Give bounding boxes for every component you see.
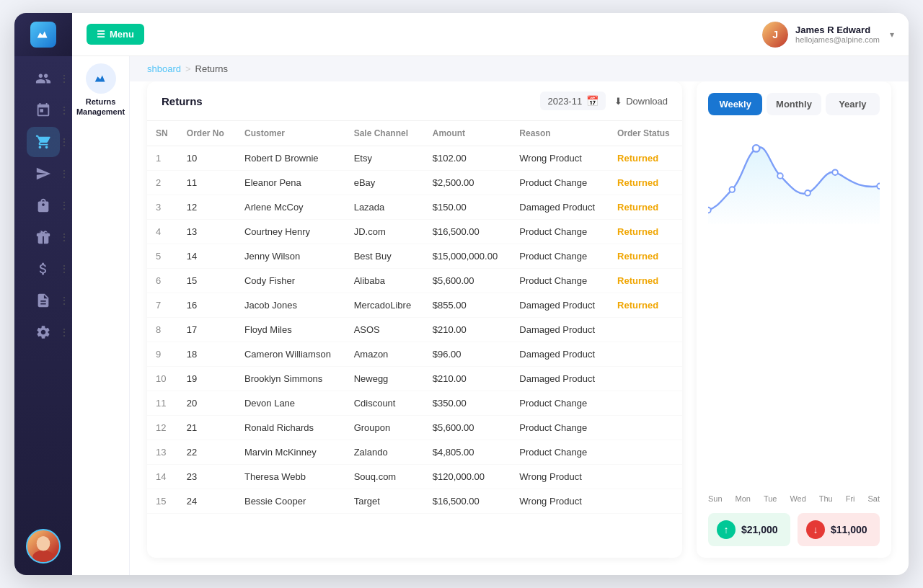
user-info: James R Edward hellojames@alpine.com: [795, 24, 880, 44]
cell-customer: Cody Fisher: [236, 269, 345, 293]
cell-order-no: 24: [178, 489, 236, 514]
topbar-right: J James R Edward hellojames@alpine.com ▾: [762, 22, 894, 48]
nav-item-send-wrap: ⋮: [14, 159, 72, 189]
sidebar-item-cart[interactable]: [27, 127, 60, 157]
cell-status: [609, 440, 682, 465]
cell-channel: Amazon: [345, 342, 424, 367]
cell-amount: $855.00: [424, 293, 511, 318]
cell-order-no: 22: [178, 440, 236, 465]
cell-customer: Arlene McCoy: [236, 195, 345, 220]
cell-amount: $102.00: [424, 146, 511, 171]
chart-card: Weekly Monthly Yearly: [697, 81, 891, 558]
table-row[interactable]: 15 24 Bessie Cooper Target $16,500.00 Wr…: [147, 489, 682, 514]
cell-order-no: 16: [178, 293, 236, 318]
date-filter[interactable]: 2023-11 📅: [540, 92, 606, 110]
svg-point-8: [832, 169, 838, 175]
cell-amount: $120,000.00: [424, 465, 511, 489]
sidebar-item-send[interactable]: [27, 159, 60, 189]
cell-customer: Cameron Williamson: [236, 342, 345, 367]
table-row[interactable]: 3 12 Arlene McCoy Lazada $150.00 Damaged…: [147, 195, 682, 220]
svg-point-7: [805, 190, 811, 196]
table-row[interactable]: 1 10 Robert D Brownie Etsy $102.00 Wrong…: [147, 146, 682, 171]
table-row[interactable]: 8 17 Floyd Miles ASOS $210.00 Damaged Pr…: [147, 318, 682, 342]
chart-day-labels: SunMonTueWedThuFriSat: [708, 490, 880, 503]
table-row[interactable]: 4 13 Courtney Henry JD.com $16,500.00 Pr…: [147, 220, 682, 244]
sidebar-item-users[interactable]: [27, 63, 60, 94]
col-customer: Customer: [236, 121, 345, 146]
cell-status: [609, 416, 682, 440]
cell-customer: Robert D Brownie: [236, 146, 345, 171]
cell-amount: $16,500.00: [424, 489, 511, 514]
cell-sn: 10: [147, 367, 178, 391]
download-icon: ⬇: [614, 96, 622, 107]
svg-point-4: [730, 187, 736, 192]
sidebar-item-calendar[interactable]: [27, 95, 60, 125]
sidebar-item-bag[interactable]: [27, 190, 60, 220]
cell-amount: $16,500.00: [424, 220, 511, 244]
cell-sn: 12: [147, 416, 178, 440]
chart-day-label: Sat: [867, 494, 880, 503]
returns-management-bar: ReturnsManagement: [72, 56, 130, 575]
user-email: hellojames@alpine.com: [795, 35, 880, 44]
chart-stats: ↑ $21,000 ↓ $11,000: [708, 513, 880, 546]
left-sidebar: ⋮ ⋮ ⋮: [14, 56, 72, 575]
svg-point-6: [777, 173, 783, 179]
cell-customer: Marvin McKinney: [236, 440, 345, 465]
cell-order-no: 15: [178, 269, 236, 293]
cell-customer: Jacob Jones: [236, 293, 345, 318]
sidebar-item-document[interactable]: [27, 285, 60, 316]
topbar: ☰ Menu J James R Edward hellojames@alpin…: [14, 13, 909, 56]
breadcrumb-home[interactable]: shboard: [147, 63, 181, 74]
cell-channel: Alibaba: [345, 269, 424, 293]
tab-yearly[interactable]: Yearly: [826, 93, 880, 115]
nav-dots-calendar: ⋮: [60, 106, 69, 115]
cell-status: [609, 391, 682, 416]
menu-button[interactable]: ☰ Menu: [87, 24, 144, 45]
table-row[interactable]: 10 19 Brooklyn Simmons Newegg $210.00 Da…: [147, 367, 682, 391]
table-row[interactable]: 11 20 Devon Lane Cdiscount $350.00 Produ…: [147, 391, 682, 416]
table-row[interactable]: 5 14 Jenny Wilson Best Buy $15,000,000.0…: [147, 244, 682, 269]
cell-order-no: 20: [178, 391, 236, 416]
cell-status: Returned: [609, 293, 682, 318]
cell-order-no: 18: [178, 342, 236, 367]
table-row[interactable]: 12 21 Ronald Richards Groupon $5,600.00 …: [147, 416, 682, 440]
sidebar-item-settings[interactable]: [27, 317, 60, 347]
cell-status: Returned: [609, 171, 682, 195]
table-row[interactable]: 13 22 Marvin McKinney Zalando $4,805.00 …: [147, 440, 682, 465]
cell-order-no: 13: [178, 220, 236, 244]
sidebar-item-gift[interactable]: [27, 222, 60, 252]
table-row[interactable]: 9 18 Cameron Williamson Amazon $96.00 Da…: [147, 342, 682, 367]
cell-customer: Theresa Webb: [236, 465, 345, 489]
cell-amount: $15,000,000.00: [424, 244, 511, 269]
cell-order-no: 17: [178, 318, 236, 342]
table-row[interactable]: 2 11 Eleanor Pena eBay $2,500.00 Product…: [147, 171, 682, 195]
sidebar-bottom-avatar: [26, 529, 61, 564]
cell-reason: Damaged Product: [511, 367, 609, 391]
sidebar-item-dollar[interactable]: [27, 254, 60, 284]
cell-channel: Souq.com: [345, 465, 424, 489]
svg-point-3: [708, 208, 711, 213]
chart-day-label: Fri: [846, 494, 855, 503]
download-button[interactable]: ⬇ Download: [614, 96, 668, 107]
stat-up-value: $21,000: [741, 524, 778, 535]
chart-tabs: Weekly Monthly Yearly: [708, 93, 880, 115]
col-sn: SN: [147, 121, 178, 146]
table-row[interactable]: 7 16 Jacob Jones MercadoLibre $855.00 Da…: [147, 293, 682, 318]
nav-dots-send: ⋮: [60, 169, 69, 178]
tab-monthly[interactable]: Monthly: [767, 93, 821, 115]
chevron-down-icon[interactable]: ▾: [890, 30, 894, 40]
cell-reason: Damaged Product: [511, 318, 609, 342]
cell-sn: 9: [147, 342, 178, 367]
cell-customer: Jenny Wilson: [236, 244, 345, 269]
cell-reason: Product Change: [511, 244, 609, 269]
cell-reason: Product Change: [511, 416, 609, 440]
cell-customer: Bessie Cooper: [236, 489, 345, 514]
breadcrumb-separator: >: [185, 63, 191, 74]
returns-table: SN Order No Customer Sale Channel Amount…: [147, 121, 682, 514]
cell-sn: 3: [147, 195, 178, 220]
tab-weekly[interactable]: Weekly: [708, 93, 762, 115]
menu-icon: ☰: [97, 29, 105, 40]
table-row[interactable]: 6 15 Cody Fisher Alibaba $5,600.00 Produ…: [147, 269, 682, 293]
table-row[interactable]: 14 23 Theresa Webb Souq.com $120,000.00 …: [147, 465, 682, 489]
topbar-left: ☰ Menu: [14, 13, 144, 56]
